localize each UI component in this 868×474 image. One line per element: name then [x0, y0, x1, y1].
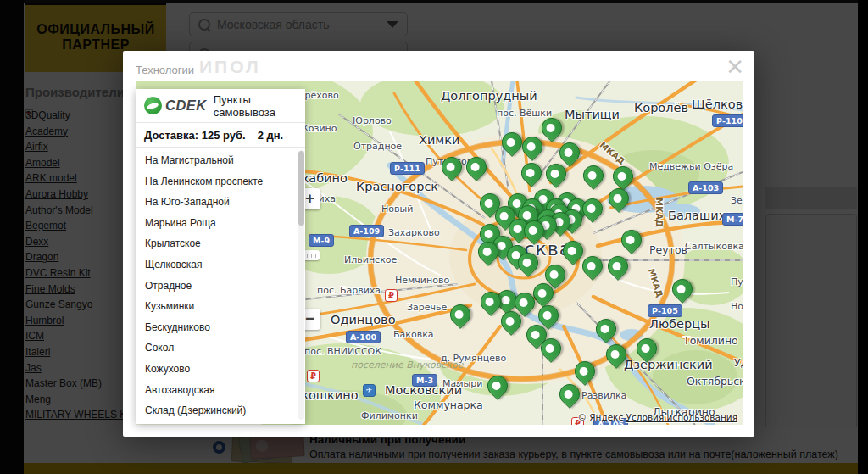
map-label: пос. Вёшки — [497, 108, 552, 119]
map-label: Щёлково — [692, 98, 743, 111]
map-label: Октябрьский — [687, 375, 743, 388]
pickup-list-item[interactable]: Бескудниково — [136, 317, 305, 338]
map-label: Зелёный — [731, 195, 743, 206]
map-label: Новые — [731, 301, 743, 312]
map-label: Новый — [381, 204, 413, 215]
map-label: Коммунарка — [414, 399, 483, 411]
road-badge: А-100 — [346, 331, 381, 343]
map-label: пос. Барвиха — [317, 285, 381, 296]
pickup-panel-header: CDEK Пункты самовывоза — [136, 89, 305, 122]
page: ОФИЦИАЛЬНЫЙ ПАРТНЕР Производители 3DQual… — [0, 0, 868, 474]
delivery-price: Доставка: 125 руб. — [144, 129, 246, 142]
parking-icon: ₽ — [385, 289, 398, 302]
map-label: Долгопрудный — [441, 89, 537, 103]
map-label: Дзержинский — [624, 358, 713, 371]
map-attribution: © Яндекс Условия использования — [577, 412, 737, 422]
attribution-terms-link[interactable]: Условия использования — [626, 412, 737, 422]
pickup-list-item[interactable]: Крылатское — [136, 233, 305, 254]
map-label: Филимонки — [361, 410, 418, 421]
pickup-list-item[interactable]: Сокол — [136, 337, 305, 359]
brand-prefix: Технологии — [136, 64, 194, 76]
map-label: Одинцово — [331, 313, 396, 326]
map-label: Химки — [419, 133, 459, 147]
road-badge: Р-105 — [648, 304, 682, 317]
map-label: МКАД — [654, 198, 664, 227]
pickup-list-item[interactable]: Кузьминки — [136, 296, 305, 317]
map-label: Салтыковка — [685, 241, 743, 252]
pickup-points-modal: Технологии ИПОЛ ✕ — [123, 51, 754, 437]
attribution-prefix: © Яндекс — [577, 412, 623, 422]
map-label: Реутов — [649, 243, 687, 256]
map-label: Захарково — [388, 227, 440, 238]
map-label: Баковка — [393, 329, 434, 340]
map-label: Развилка — [581, 390, 626, 401]
pickup-list-item[interactable]: Щелковская — [136, 254, 305, 276]
scrollbar[interactable] — [298, 150, 304, 420]
cdek-logo-text: CDEK — [165, 98, 207, 114]
road-badge: М-7 — [722, 213, 743, 226]
pickup-list-item[interactable]: На Магистральной — [136, 150, 305, 171]
map-label: Юрлово — [353, 115, 392, 126]
pickup-list-item[interactable]: Марьина Роща — [136, 213, 305, 234]
map-label: Люберцы — [649, 317, 710, 331]
map-label: Красногорск — [356, 180, 438, 193]
map-label: пос. ВНИИССОК — [304, 346, 381, 357]
road-badge: Р-110 — [712, 114, 743, 127]
road-badge: Р-111 — [390, 162, 425, 175]
map-label: Мытищи — [565, 108, 620, 121]
map-label: Заречье — [407, 302, 447, 313]
pickup-panel-title: Пункты самовывоза — [214, 93, 297, 119]
pickup-list-item[interactable]: На Юго-Западной — [136, 192, 305, 213]
parking-icon: ₽ — [307, 370, 320, 382]
close-icon[interactable]: ✕ — [726, 56, 744, 78]
delivery-info: Доставка: 125 руб. 2 дн. — [136, 122, 305, 148]
pickup-list-item[interactable]: Склад (Дзержинский) — [136, 400, 305, 421]
pickup-list[interactable]: На МагистральнойНа Ленинском проспектеНа… — [136, 148, 305, 424]
pickup-list-item[interactable]: На Ленинском проспекте — [136, 171, 305, 192]
pickup-list-item[interactable]: Отрадное — [136, 276, 305, 297]
cdek-logo-icon — [144, 97, 162, 114]
map-label: Томилино — [683, 334, 738, 347]
map-label: Немчиново — [395, 275, 449, 286]
map-label: Пуршево — [731, 276, 743, 287]
road-badge: А-103 — [688, 181, 723, 194]
pickup-list-item[interactable]: Кожухово — [136, 359, 305, 380]
map-label: Удельная — [734, 356, 743, 369]
map-label: Ильинское — [344, 254, 397, 265]
pickup-panel: CDEK Пункты самовывоза Доставка: 125 руб… — [136, 89, 305, 424]
map-label: Отрадное — [353, 141, 402, 152]
road-badge: М-9 — [309, 234, 334, 247]
road-badge: А-109 — [349, 225, 384, 237]
road-badge: М-3 — [412, 374, 437, 387]
pickup-list-item[interactable]: Автозаводская — [136, 380, 305, 401]
delivery-days: 2 дн. — [258, 129, 284, 142]
map-label: Королёв — [634, 101, 688, 114]
airport-icon: ✈ — [363, 384, 376, 397]
brand-logo: ИПОЛ — [199, 57, 261, 77]
map-label: Козино — [302, 123, 337, 134]
map-label: д. Румянцево — [441, 353, 506, 364]
scrollbar-thumb[interactable] — [298, 151, 304, 226]
map-label: Медвежьи Озёра — [649, 161, 733, 172]
